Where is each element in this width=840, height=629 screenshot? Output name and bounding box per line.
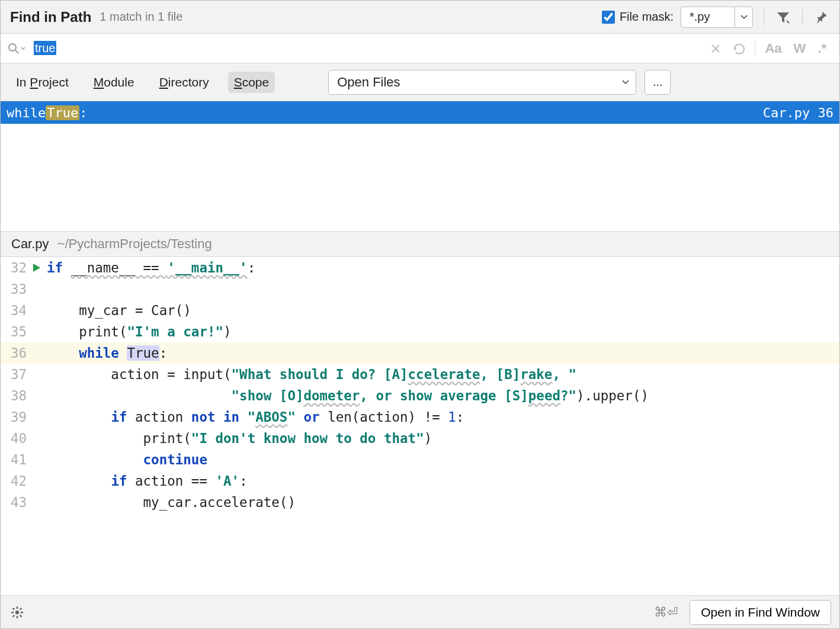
- line-number: 43: [1, 492, 30, 513]
- line-number: 37: [1, 364, 30, 385]
- regex-toggle[interactable]: .*: [817, 41, 826, 56]
- filter-icon[interactable]: [775, 9, 791, 25]
- code-text: print("I'm a car!"): [43, 321, 232, 342]
- code-line[interactable]: 35 print("I'm a car!"): [1, 321, 839, 342]
- clear-icon[interactable]: [711, 44, 720, 53]
- shortcut-hint: ⌘⏎: [654, 605, 678, 620]
- code-text: if __name__ == '__main__':: [43, 257, 255, 278]
- code-line[interactable]: 41 continue: [1, 449, 839, 470]
- tab-module[interactable]: Module: [88, 72, 140, 93]
- results-list[interactable]: while True: Car.py 36: [1, 101, 839, 232]
- code-line[interactable]: 36 while True:: [1, 342, 839, 364]
- svg-point-1: [9, 44, 16, 51]
- code-text: "show [O]dometer, or show average [S]pee…: [43, 385, 649, 406]
- line-number: 32: [1, 257, 30, 278]
- run-gutter-icon[interactable]: [30, 264, 43, 272]
- search-icon[interactable]: [8, 43, 25, 54]
- match-count: 1 match in 1 file: [100, 10, 182, 24]
- code-text: if action == 'A':: [43, 470, 248, 492]
- file-mask-combo[interactable]: *.py: [681, 7, 753, 28]
- code-line[interactable]: 42 if action == 'A':: [1, 470, 839, 492]
- code-text: my_car.accelerate(): [43, 492, 296, 513]
- tab-scope[interactable]: Scope: [228, 72, 275, 93]
- file-mask-checkbox[interactable]: [602, 11, 615, 24]
- svg-line-13: [20, 615, 22, 617]
- code-line[interactable]: 38 "show [O]dometer, or show average [S]…: [1, 385, 839, 406]
- code-line[interactable]: 40 print("I don't know how to do that"): [1, 428, 839, 449]
- scope-combo[interactable]: Open Files: [328, 70, 636, 95]
- svg-line-15: [13, 615, 15, 617]
- words-toggle[interactable]: W: [794, 41, 806, 56]
- preview-path: ~/PycharmProjects/Testing: [57, 236, 212, 252]
- code-text: continue: [43, 449, 207, 470]
- code-text: action = input("What should I do? [A]cce…: [43, 364, 576, 385]
- line-number: 34: [1, 300, 30, 321]
- file-mask-value: *.py: [681, 8, 735, 26]
- history-icon[interactable]: [732, 43, 745, 54]
- code-text: print("I don't know how to do that"): [43, 428, 432, 449]
- svg-line-2: [15, 50, 18, 53]
- line-number: 33: [1, 278, 30, 300]
- scope-combo-value: Open Files: [329, 71, 615, 94]
- footer: ⌘⏎ Open in Find Window: [1, 595, 839, 628]
- line-number: 35: [1, 321, 30, 342]
- svg-line-12: [13, 608, 15, 609]
- gear-icon[interactable]: [9, 604, 25, 621]
- svg-point-7: [15, 610, 19, 614]
- result-row[interactable]: while True: Car.py 36: [1, 101, 839, 124]
- scope-ellipsis-button[interactable]: ...: [645, 70, 671, 95]
- code-preview[interactable]: 32if __name__ == '__main__':3334 my_car …: [1, 257, 839, 595]
- find-in-path-dialog: Find in Path 1 match in 1 file File mask…: [0, 0, 840, 629]
- pin-icon[interactable]: [813, 9, 830, 25]
- code-line[interactable]: 34 my_car = Car(): [1, 300, 839, 321]
- result-location: Car.py 36: [763, 105, 833, 120]
- code-line[interactable]: 39 if action not in "ABOS" or len(action…: [1, 406, 839, 428]
- preview-pane: Car.py ~/PycharmProjects/Testing 32if __…: [1, 232, 839, 595]
- svg-line-14: [20, 608, 22, 609]
- line-number: 42: [1, 470, 30, 492]
- svg-marker-6: [33, 264, 40, 272]
- search-input[interactable]: true: [34, 41, 56, 55]
- tab-in-project[interactable]: In Project: [10, 72, 75, 93]
- scope-row: In Project Module Directory Scope Open F…: [1, 63, 839, 101]
- search-row: true Aa W .*: [1, 34, 839, 63]
- result-match: True: [46, 105, 79, 120]
- line-number: 36: [1, 342, 30, 364]
- dialog-title: Find in Path: [10, 9, 91, 25]
- chevron-down-icon[interactable]: [735, 7, 752, 27]
- code-text: while True:: [43, 342, 167, 364]
- result-context-pre: while: [7, 105, 46, 120]
- result-context-post: :: [79, 105, 87, 120]
- line-number: 40: [1, 428, 30, 449]
- chevron-down-icon[interactable]: [615, 80, 636, 85]
- code-line[interactable]: 43 my_car.accelerate(): [1, 492, 839, 513]
- code-text: if action not in "ABOS" or len(action) !…: [43, 406, 464, 428]
- scope-tabs: In Project Module Directory Scope: [10, 72, 275, 93]
- titlebar: Find in Path 1 match in 1 file File mask…: [1, 1, 839, 34]
- line-number: 39: [1, 406, 30, 428]
- code-text: my_car = Car(): [43, 300, 191, 321]
- open-in-find-window-button[interactable]: Open in Find Window: [690, 600, 831, 625]
- match-case-toggle[interactable]: Aa: [765, 41, 781, 56]
- line-number: 38: [1, 385, 30, 406]
- code-line[interactable]: 32if __name__ == '__main__':: [1, 257, 839, 278]
- preview-header: Car.py ~/PycharmProjects/Testing: [1, 232, 839, 257]
- tab-directory[interactable]: Directory: [153, 72, 215, 93]
- code-line[interactable]: 37 action = input("What should I do? [A]…: [1, 364, 839, 385]
- preview-filename: Car.py: [11, 236, 49, 252]
- code-line[interactable]: 33: [1, 278, 839, 300]
- file-mask-label: File mask:: [620, 10, 674, 24]
- line-number: 41: [1, 449, 30, 470]
